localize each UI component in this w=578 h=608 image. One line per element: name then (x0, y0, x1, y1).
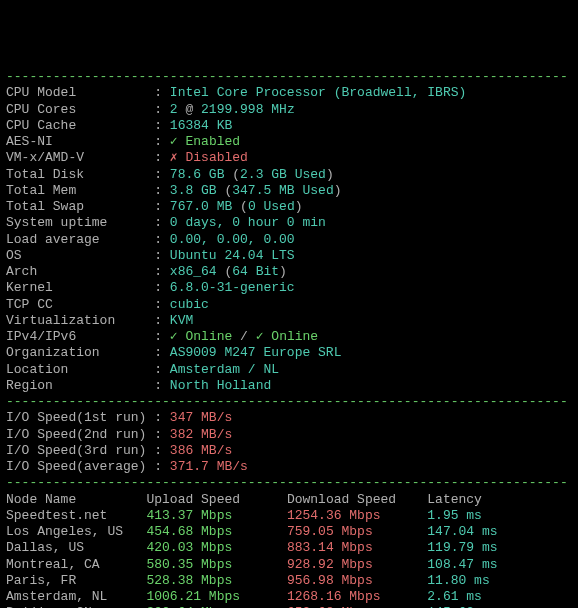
latency-5: 2.61 ms (427, 589, 482, 604)
os-row: OS : Ubuntu 24.04 LTS (6, 248, 572, 264)
header-download: Download Speed (287, 492, 427, 507)
separator: : (146, 443, 169, 458)
separator: : (146, 183, 169, 198)
total-swap-row-label: Total Swap (6, 199, 146, 214)
total-swap-used: 0 Used (248, 199, 295, 214)
region-value: North Holland (170, 378, 271, 393)
cpu-model-row-label: CPU Model (6, 85, 146, 100)
check-icon: ✓ (170, 134, 186, 149)
separator: : (146, 329, 169, 344)
cpu-cores-freq: 2199.998 MHz (201, 102, 295, 117)
paren-open: ( (217, 183, 233, 198)
download-2: 883.14 Mbps (287, 540, 427, 555)
io-speed-2: I/O Speed(2nd run) : 382 MB/s (6, 427, 572, 443)
virt-row: Virtualization : KVM (6, 313, 572, 329)
divider-mid2: ----------------------------------------… (6, 475, 572, 491)
os-value: Ubuntu 24.04 LTS (170, 248, 295, 263)
ipv4-status: Online (185, 329, 232, 344)
cpu-cache-row: CPU Cache : 16384 KB (6, 118, 572, 134)
ipv6-status: Online (271, 329, 318, 344)
cross-icon: ✗ (170, 150, 186, 165)
separator: : (146, 264, 169, 279)
cpu-cores-row-label: CPU Cores (6, 102, 146, 117)
total-disk-used: 2.3 GB Used (240, 167, 326, 182)
arch-row: Arch : x86_64 (64 Bit) (6, 264, 572, 280)
separator: : (146, 427, 169, 442)
total-swap-row: Total Swap : 767.0 MB (0 Used) (6, 199, 572, 215)
speedtest-row-2: Dallas, US 420.03 Mbps 883.14 Mbps 119.7… (6, 540, 572, 556)
slash-separator: / (232, 329, 255, 344)
cpu-cache-row-label: CPU Cache (6, 118, 146, 133)
speedtest-row-4: Paris, FR 528.38 Mbps 956.98 Mbps 11.80 … (6, 573, 572, 589)
paren-open: ( (217, 264, 233, 279)
vmx-row: VM-x/AMD-V : ✗ Disabled (6, 150, 572, 166)
cpu-model-value: Intel Core Processor (Broadwell, IBRS) (170, 85, 466, 100)
vmx-row-label: VM-x/AMD-V (6, 150, 146, 165)
separator: : (146, 199, 169, 214)
cpu-cores-count: 2 (170, 102, 178, 117)
separator: : (146, 280, 169, 295)
cpu-cores-row: CPU Cores : 2 @ 2199.998 MHz (6, 102, 572, 118)
cpu-model-row: CPU Model : Intel Core Processor (Broadw… (6, 85, 572, 101)
total-disk-row: Total Disk : 78.6 GB (2.3 GB Used) (6, 167, 572, 183)
tcp-cc-row-label: TCP CC (6, 297, 146, 312)
uptime-row-label: System uptime (6, 215, 146, 230)
aes-ni-row-label: AES-NI (6, 134, 146, 149)
speedtest-header: Node Name Upload Speed Download Speed La… (6, 492, 572, 508)
separator: : (146, 118, 169, 133)
io-speed-2-value: 382 MB/s (170, 427, 232, 442)
upload-3: 580.35 Mbps (146, 557, 286, 572)
latency-1: 147.04 ms (427, 524, 497, 539)
io-speed-1-label: I/O Speed(1st run) (6, 410, 146, 425)
os-row-label: OS (6, 248, 146, 263)
uptime-value: 0 days, 0 hour 0 min (170, 215, 326, 230)
separator: : (146, 297, 169, 312)
io-speed-avg-value: 371.7 MB/s (170, 459, 248, 474)
org-row-label: Organization (6, 345, 146, 360)
ipv-row-label: IPv4/IPv6 (6, 329, 146, 344)
uptime-row: System uptime : 0 days, 0 hour 0 min (6, 215, 572, 231)
separator: : (146, 167, 169, 182)
io-speed-3-value: 386 MB/s (170, 443, 232, 458)
upload-0: 413.37 Mbps (146, 508, 286, 523)
divider-mid1: ----------------------------------------… (6, 394, 572, 410)
node-name-0: Speedtest.net (6, 508, 146, 523)
download-4: 956.98 Mbps (287, 573, 427, 588)
total-disk-value: 78.6 GB (170, 167, 225, 182)
check-icon: ✓ (256, 329, 272, 344)
load-row-label: Load average (6, 232, 146, 247)
download-3: 928.92 Mbps (287, 557, 427, 572)
kernel-row: Kernel : 6.8.0-31-generic (6, 280, 572, 296)
speedtest-row-0: Speedtest.net 413.37 Mbps 1254.36 Mbps 1… (6, 508, 572, 524)
download-1: 759.05 Mbps (287, 524, 427, 539)
location-value: Amsterdam / NL (170, 362, 279, 377)
aes-ni-value: Enabled (185, 134, 240, 149)
io-speed-avg: I/O Speed(average) : 371.7 MB/s (6, 459, 572, 475)
separator: : (146, 459, 169, 474)
download-0: 1254.36 Mbps (287, 508, 427, 523)
org-value: AS9009 M247 Europe SRL (170, 345, 342, 360)
paren-close: ) (295, 199, 303, 214)
tcp-cc-value: cubic (170, 297, 209, 312)
virt-value: KVM (170, 313, 193, 328)
total-disk-row-label: Total Disk (6, 167, 146, 182)
paren-close: ) (279, 264, 287, 279)
separator: : (146, 410, 169, 425)
speedtest-row-1: Los Angeles, US 454.68 Mbps 759.05 Mbps … (6, 524, 572, 540)
aes-ni-row: AES-NI : ✓ Enabled (6, 134, 572, 150)
location-row: Location : Amsterdam / NL (6, 362, 572, 378)
tcp-cc-row: TCP CC : cubic (6, 297, 572, 313)
arch-value: x86_64 (170, 264, 217, 279)
arch-row-label: Arch (6, 264, 146, 279)
header-latency: Latency (427, 492, 482, 507)
separator: : (146, 362, 169, 377)
separator: : (146, 150, 169, 165)
kernel-value: 6.8.0-31-generic (170, 280, 295, 295)
divider-top: ----------------------------------------… (6, 69, 572, 85)
load-row: Load average : 0.00, 0.00, 0.00 (6, 232, 572, 248)
speedtest-row-3: Montreal, CA 580.35 Mbps 928.92 Mbps 108… (6, 557, 572, 573)
header-upload: Upload Speed (146, 492, 286, 507)
separator: : (146, 345, 169, 360)
upload-1: 454.68 Mbps (146, 524, 286, 539)
separator: : (146, 378, 169, 393)
